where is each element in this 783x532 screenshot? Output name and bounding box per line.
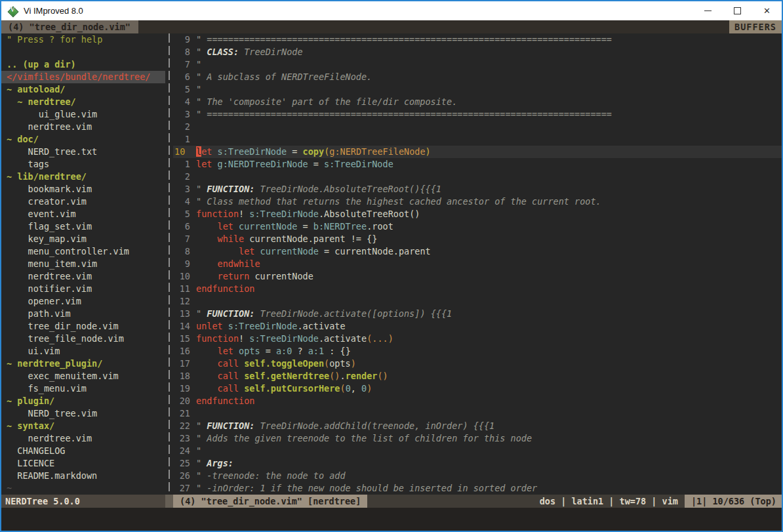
line-number: 18 xyxy=(173,370,190,382)
code-line[interactable]: 21 xyxy=(173,407,782,420)
tree-item[interactable]: ~ autoload/ xyxy=(1,83,165,96)
tree-item[interactable]: .. (up a dir) xyxy=(1,58,165,71)
tree-item[interactable]: opener.vim xyxy=(1,295,165,308)
tree-item[interactable]: path.vim xyxy=(1,308,165,320)
code-line[interactable]: 19 call self.putCursorHere(0, 0) xyxy=(173,382,782,395)
code-line[interactable]: 5function! s:TreeDirNode.AbsoluteTreeRoo… xyxy=(173,208,782,220)
vim-logo-icon[interactable]: V xyxy=(7,5,18,17)
cursor: l xyxy=(196,146,201,157)
code-line[interactable]: 13" FUNCTION: TreeDirNode.activate([opti… xyxy=(173,308,782,320)
code-text: let g:NERDTreeDirNode = s:TreeDirNode xyxy=(196,158,782,171)
code-line[interactable]: 15function! s:TreeDirNode.activate(...) xyxy=(173,333,782,345)
code-text xyxy=(196,121,782,133)
code-line[interactable]: 14unlet s:TreeDirNode.activate xyxy=(173,320,782,333)
tree-item[interactable]: NERD_tree.txt xyxy=(1,146,165,158)
tab-bar-fill xyxy=(138,20,729,33)
code-line[interactable]: 6 let currentNode = b:NERDTree.root xyxy=(173,220,782,233)
code-text: " ======================================… xyxy=(196,108,782,121)
tree-item[interactable]: ~ nerdtree_plugin/ xyxy=(1,358,165,370)
tree-item[interactable]: bookmark.vim xyxy=(1,183,165,195)
code-text: " Class method that returns the highest … xyxy=(196,195,782,208)
editor-panel[interactable]: 9" =====================================… xyxy=(173,33,782,495)
window-separator[interactable] xyxy=(165,33,173,495)
code-line[interactable]: 5" xyxy=(173,83,782,96)
code-line[interactable]: 4" The 'composite' part of the file/dir … xyxy=(173,96,782,108)
tree-item[interactable]: notifier.vim xyxy=(1,283,165,295)
code-line[interactable]: 12 xyxy=(173,295,782,308)
command-line[interactable] xyxy=(1,508,782,531)
tree-item[interactable]: event.vim xyxy=(1,208,165,220)
code-line[interactable]: 2 xyxy=(173,171,782,183)
main-split: " Press ? for help.. (up a dir)</vimfile… xyxy=(1,33,782,495)
tree-item[interactable]: tags xyxy=(1,158,165,171)
tree-item[interactable]: tree_file_node.vim xyxy=(1,333,165,345)
window-title: Vi IMproved 8.0 xyxy=(24,6,83,16)
tree-item[interactable]: key_map.vim xyxy=(1,233,165,245)
line-number: 4 xyxy=(173,195,190,208)
line-number: 1 xyxy=(173,133,190,146)
nerdtree-status: NERDTree 5.0.0 xyxy=(1,495,165,508)
tree-item[interactable]: CHANGELOG xyxy=(1,445,165,457)
tree-item[interactable]: menu_controller.vim xyxy=(1,245,165,258)
tree-item[interactable]: tree_dir_node.vim xyxy=(1,320,165,333)
code-line-current[interactable]: 10let s:TreeDirNode = copy(g:NERDTreeFil… xyxy=(173,146,782,158)
code-line[interactable]: 27" -inOrder: 1 if the new node should b… xyxy=(173,482,782,495)
nerdtree-panel[interactable]: " Press ? for help.. (up a dir)</vimfile… xyxy=(1,33,165,495)
code-line[interactable]: 2 xyxy=(173,121,782,133)
code-line[interactable]: 26" -treenode: the node to add xyxy=(173,470,782,482)
close-button[interactable]: ✕ xyxy=(752,1,782,20)
code-text: " Adds the given treenode to the list of… xyxy=(196,432,782,445)
code-line[interactable]: 23" Adds the given treenode to the list … xyxy=(173,432,782,445)
tree-item[interactable]: ~ doc/ xyxy=(1,133,165,146)
tree-item[interactable]: exec_menuitem.vim xyxy=(1,370,165,382)
code-line[interactable]: 24" xyxy=(173,445,782,457)
code-line[interactable]: 11endfunction xyxy=(173,283,782,295)
code-line[interactable]: 20endfunction xyxy=(173,395,782,407)
tree-item[interactable]: ui_glue.vim xyxy=(1,108,165,121)
code-text: call self.toggleOpen(opts) xyxy=(196,358,782,370)
code-line[interactable]: 3" FUNCTION: TreeDirNode.AbsoluteTreeRoo… xyxy=(173,183,782,195)
line-number: 5 xyxy=(173,83,190,96)
tree-item[interactable]: nerdtree.vim xyxy=(1,270,165,283)
tree-root-item[interactable]: </vimfiles/bundle/nerdtree/ xyxy=(1,71,165,83)
code-line[interactable]: 9" =====================================… xyxy=(173,33,782,46)
code-line[interactable]: 1let g:NERDTreeDirNode = s:TreeDirNode xyxy=(173,158,782,171)
code-line[interactable]: 7 while currentNode.parent != {} xyxy=(173,233,782,245)
code-line[interactable]: 8 let currentNode = currentNode.parent xyxy=(173,245,782,258)
maximize-button[interactable] xyxy=(723,1,752,20)
code-line[interactable]: 16 let opts = a:0 ? a:1 : {} xyxy=(173,345,782,358)
code-line[interactable]: 7" xyxy=(173,58,782,71)
code-text: " xyxy=(196,58,782,71)
tree-item[interactable]: ~ syntax/ xyxy=(1,420,165,432)
code-line[interactable]: 1 xyxy=(173,133,782,146)
code-line[interactable]: 3" =====================================… xyxy=(173,108,782,121)
line-number: 6 xyxy=(173,220,190,233)
tree-item[interactable]: fs_menu.vim xyxy=(1,382,165,395)
tree-item[interactable]: nerdtree.vim xyxy=(1,432,165,445)
tree-item[interactable]: ui.vim xyxy=(1,345,165,358)
code-line[interactable]: 22" FUNCTION: TreeDirNode.addChild(treen… xyxy=(173,420,782,432)
code-line[interactable]: 18 call self.getNerdtree().render() xyxy=(173,370,782,382)
tree-item[interactable]: README.markdown xyxy=(1,470,165,482)
tree-item[interactable]: ~ nerdtree/ xyxy=(1,96,165,108)
code-line[interactable]: 9 endwhile xyxy=(173,258,782,270)
code-line[interactable]: 6" A subclass of NERDTreeFileNode. xyxy=(173,71,782,83)
code-line[interactable]: 4" Class method that returns the highest… xyxy=(173,195,782,208)
minimize-button[interactable] xyxy=(693,1,723,20)
tree-item[interactable]: " Press ? for help xyxy=(1,33,165,46)
tree-item[interactable]: menu_item.vim xyxy=(1,258,165,270)
code-text: " xyxy=(196,83,782,96)
tree-item[interactable]: nerdtree.vim xyxy=(1,121,165,133)
tree-item[interactable]: ~ lib/nerdtree/ xyxy=(1,171,165,183)
code-line[interactable]: 8" CLASS: TreeDirNode xyxy=(173,46,782,58)
code-line[interactable]: 17 call self.toggleOpen(opts) xyxy=(173,358,782,370)
tree-item[interactable]: ~ plugin/ xyxy=(1,395,165,407)
code-line[interactable]: 25" Args: xyxy=(173,457,782,470)
code-line[interactable]: 10 return currentNode xyxy=(173,270,782,283)
tab-tree-dir-node[interactable]: (4) "tree_dir_node.vim" xyxy=(1,20,138,33)
tree-item[interactable]: creator.vim xyxy=(1,195,165,208)
tree-item[interactable]: LICENCE xyxy=(1,457,165,470)
tree-item[interactable]: flag_set.vim xyxy=(1,220,165,233)
tree-item[interactable]: NERD_tree.vim xyxy=(1,407,165,420)
line-number: 3 xyxy=(173,183,190,195)
